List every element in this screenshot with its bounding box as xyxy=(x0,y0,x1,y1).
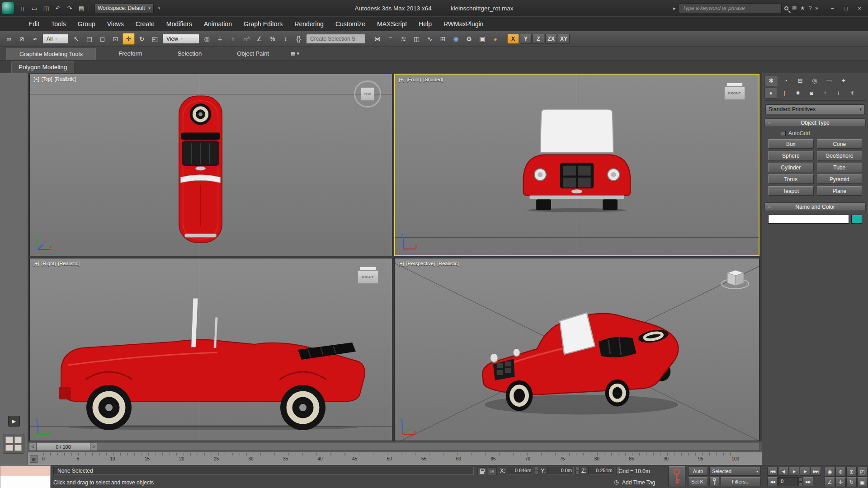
help-icon[interactable]: ? xyxy=(809,5,812,11)
name-color-rollout-header[interactable]: −Name and Color xyxy=(764,202,866,211)
track-bar[interactable]: ▦ 05101520253035404550556065707580859095… xyxy=(28,452,762,465)
use-pivot-center-icon[interactable]: ◎ xyxy=(201,33,213,45)
save-file-icon[interactable]: ◫ xyxy=(41,3,52,13)
shapes-category-icon[interactable]: ∫ xyxy=(778,88,791,99)
car-model-side-view[interactable] xyxy=(59,297,367,431)
menu-item[interactable]: RWMaxPlugin xyxy=(438,17,489,32)
mirror-icon[interactable]: ⋈ xyxy=(371,33,383,45)
viewport-menu-shading[interactable]: [Realistic] xyxy=(437,261,459,266)
absolute-offset-toggle[interactable]: ⊡ xyxy=(488,467,497,475)
open-mini-curve-editor-icon[interactable]: ▦ xyxy=(30,455,38,463)
close-button[interactable]: × xyxy=(853,3,866,14)
car-model-top-view[interactable] xyxy=(169,92,232,247)
selection-region-icon[interactable]: ◻ xyxy=(96,33,108,45)
menu-item[interactable]: MAXScript xyxy=(371,17,413,32)
viewport-menu-shading[interactable]: [Shaded] xyxy=(423,77,443,82)
helpers-category-icon[interactable]: + xyxy=(819,88,831,99)
selected-set-dropdown[interactable]: Selected▾ xyxy=(709,467,761,476)
viewport-right[interactable]: [+] [Right] [Realistic] xyxy=(29,258,392,441)
menu-item[interactable]: Rendering xyxy=(288,17,330,32)
viewport-menu-shading[interactable]: [Realistic] xyxy=(54,76,76,82)
redo-icon[interactable]: ↷ xyxy=(64,3,75,13)
display-tab-icon[interactable]: ▭ xyxy=(822,75,836,86)
x-coordinate-field[interactable]: -0.846m xyxy=(507,467,533,474)
viewcube[interactable]: RIGHT xyxy=(358,267,378,284)
pan-icon[interactable]: ✛ xyxy=(835,477,846,487)
time-slider-track[interactable]: < 0 / 100 > xyxy=(29,443,760,451)
window-crossing-icon[interactable]: ⊡ xyxy=(109,33,122,45)
unlink-selection-icon[interactable]: ⊘ xyxy=(16,33,28,45)
current-frame-field[interactable]: 0 xyxy=(778,477,798,486)
object-color-swatch[interactable] xyxy=(851,215,862,224)
modify-tab-icon[interactable]: ◔ xyxy=(779,75,793,86)
key-step-back-button[interactable]: ◀◀ xyxy=(767,477,778,486)
previous-frame-button[interactable]: ◀| xyxy=(778,467,788,476)
axis-zx-button[interactable]: ZX xyxy=(545,34,557,44)
systems-category-icon[interactable]: ✳ xyxy=(846,88,859,99)
maxscript-mini-listener-macro[interactable] xyxy=(0,465,51,476)
undo-icon[interactable]: ↶ xyxy=(52,3,63,13)
go-to-end-button[interactable]: ▶▶| xyxy=(811,467,821,476)
menu-item[interactable]: Tools xyxy=(45,17,72,32)
infocenter-search-input[interactable] xyxy=(679,3,782,13)
viewport-front[interactable]: [+] [Front] [Shaded] xyxy=(394,74,760,256)
menu-item[interactable]: Graph Editors xyxy=(238,17,288,32)
overflow-icon[interactable]: » xyxy=(815,5,818,11)
select-and-move-icon[interactable]: ✛ xyxy=(123,33,135,45)
frame-spinner[interactable] xyxy=(798,477,802,486)
geometry-category-icon[interactable]: ● xyxy=(764,88,777,99)
named-selection-sets-icon[interactable]: {} xyxy=(292,33,305,45)
snaps-toggle-icon[interactable]: ∩³ xyxy=(240,33,252,45)
zoom-region-icon[interactable]: ◰ xyxy=(857,467,868,477)
car-model-perspective-view[interactable] xyxy=(469,291,685,418)
viewport-menu-pov[interactable]: [Top] xyxy=(42,76,52,82)
viewport-layout-tabs-icon[interactable] xyxy=(3,434,24,454)
x-spinner[interactable] xyxy=(535,467,539,474)
viewport-menu-general[interactable]: [+] xyxy=(399,77,405,82)
key-filters-toggle[interactable] xyxy=(709,477,719,486)
new-scene-icon[interactable]: ▯ xyxy=(17,3,28,13)
render-setup-icon[interactable]: ⚙ xyxy=(463,33,475,45)
next-frame-arrow[interactable]: > xyxy=(90,443,97,450)
percent-snap-icon[interactable]: % xyxy=(266,33,278,45)
zoom-icon[interactable]: ◉ xyxy=(825,467,835,477)
align-icon[interactable]: ≡ xyxy=(384,33,396,45)
primitive-button[interactable]: Teapot xyxy=(768,186,814,196)
ribbon-config-icon[interactable]: ▦▾ xyxy=(291,51,299,56)
motion-tab-icon[interactable]: ◎ xyxy=(808,75,821,86)
render-production-icon[interactable]: ◕ xyxy=(489,33,501,45)
minimize-button[interactable]: − xyxy=(826,3,839,14)
key-filters-button[interactable]: Filters... xyxy=(721,477,761,486)
viewport-menu-pov[interactable]: [Right] xyxy=(42,261,56,266)
viewcube[interactable] xyxy=(719,265,751,291)
reference-coordinate-dropdown[interactable]: View▾ xyxy=(162,34,199,44)
primitive-button[interactable]: Sphere xyxy=(768,151,814,160)
maxscript-mini-listener[interactable] xyxy=(0,476,51,488)
viewport-perspective[interactable]: [+] [Perspective] [Realistic] xyxy=(394,258,760,441)
ribbon-tab[interactable]: Object Paint xyxy=(224,48,282,60)
primitive-button[interactable]: Cylinder xyxy=(768,163,814,172)
set-keys-button[interactable] xyxy=(668,466,685,487)
cameras-category-icon[interactable]: ◙ xyxy=(805,88,818,99)
menu-item[interactable]: Modifiers xyxy=(160,17,198,32)
curve-editor-icon[interactable]: ∿ xyxy=(424,33,436,45)
viewcube[interactable]: TOP xyxy=(353,80,382,108)
go-to-start-button[interactable]: |◀◀ xyxy=(767,467,778,476)
selection-lock-toggle[interactable] xyxy=(477,467,486,475)
axis-y-button[interactable]: Y xyxy=(520,34,532,44)
viewport-menu-general[interactable]: [+] xyxy=(398,261,404,266)
autogrid-checkbox[interactable] xyxy=(781,131,786,136)
menu-item[interactable]: Animation xyxy=(198,17,238,32)
menu-item[interactable]: Create xyxy=(130,17,160,32)
auto-key-button[interactable]: Auto xyxy=(688,467,708,476)
zoom-all-icon[interactable]: ⊕ xyxy=(835,467,846,477)
angle-snap-icon[interactable]: ∠ xyxy=(253,33,265,45)
menu-item[interactable]: Help xyxy=(413,17,438,32)
select-and-link-icon[interactable]: ∞ xyxy=(3,33,15,45)
car-model-front-view[interactable] xyxy=(518,107,637,212)
spinner-snap-icon[interactable]: ↕ xyxy=(279,33,292,45)
material-editor-icon[interactable]: ◉ xyxy=(450,33,462,45)
select-and-rotate-icon[interactable]: ↻ xyxy=(136,33,148,45)
select-and-scale-icon[interactable]: ◰ xyxy=(149,33,161,45)
keyboard-override-icon[interactable]: ⌗ xyxy=(227,33,239,45)
